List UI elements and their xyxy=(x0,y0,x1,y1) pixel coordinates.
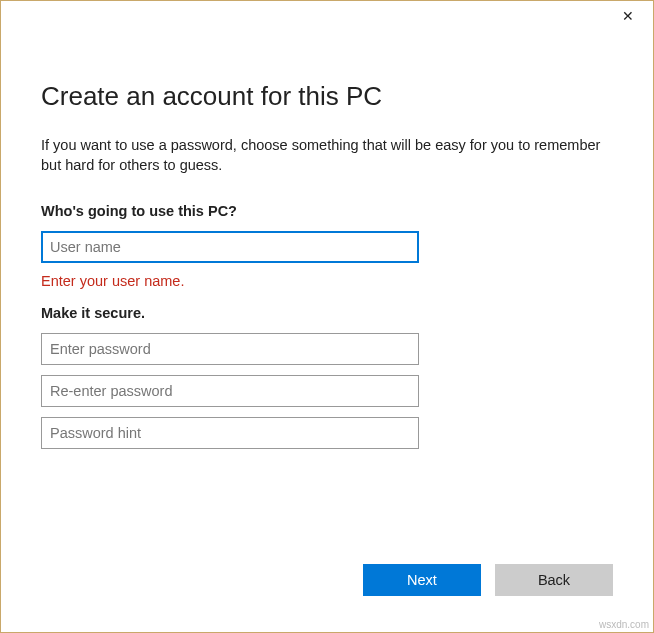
close-icon[interactable]: ✕ xyxy=(619,7,637,25)
username-input[interactable] xyxy=(41,231,419,263)
page-description: If you want to use a password, choose so… xyxy=(41,136,613,175)
main-content: Create an account for this PC If you wan… xyxy=(1,31,653,632)
username-error: Enter your user name. xyxy=(41,273,613,289)
password-section-label: Make it secure. xyxy=(41,305,613,321)
back-button[interactable]: Back xyxy=(495,564,613,596)
footer-buttons: Next Back xyxy=(363,564,613,596)
titlebar: ✕ xyxy=(1,1,653,31)
password-hint-input[interactable] xyxy=(41,417,419,449)
password-input[interactable] xyxy=(41,333,419,365)
confirm-password-input[interactable] xyxy=(41,375,419,407)
watermark: wsxdn.com xyxy=(599,619,649,630)
username-section-label: Who's going to use this PC? xyxy=(41,203,613,219)
next-button[interactable]: Next xyxy=(363,564,481,596)
page-title: Create an account for this PC xyxy=(41,81,613,112)
